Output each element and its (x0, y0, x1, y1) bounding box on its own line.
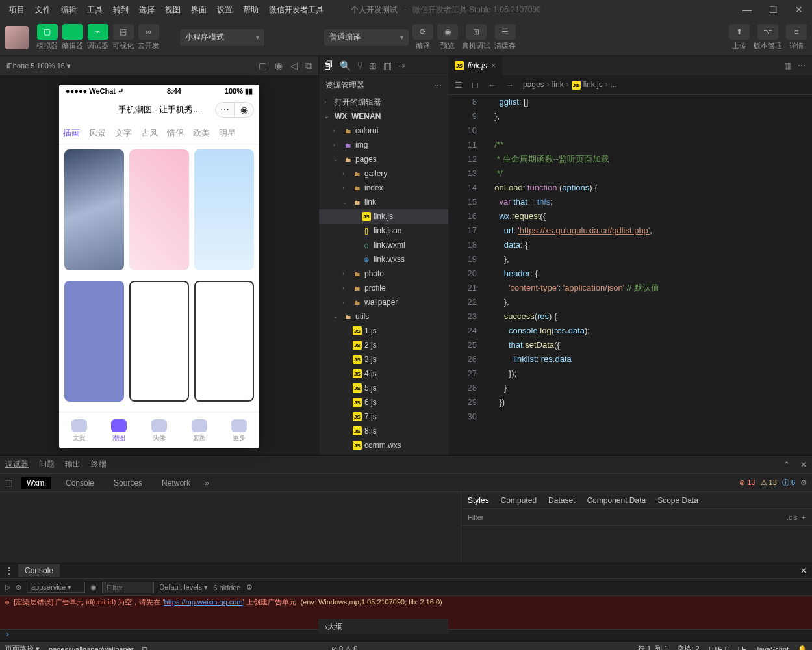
inspect-icon[interactable]: ⬚ (5, 478, 12, 488)
menu-item[interactable]: 微信开发者工具 (265, 2, 327, 18)
project-root[interactable]: ⌄WX_WENAN (319, 109, 448, 124)
play-icon[interactable]: ▷ (5, 583, 10, 592)
devtools-tab[interactable]: 终端 (91, 459, 107, 470)
tree-item[interactable]: ⊜link.wxss (319, 252, 448, 266)
back-icon[interactable]: ← (488, 80, 496, 90)
page-path-label[interactable]: 页面路径 ▾ (5, 644, 40, 650)
console-drawer-tab[interactable]: Console (18, 564, 60, 577)
wallpaper-thumb[interactable] (194, 281, 254, 402)
compile-select[interactable]: 普通编译▾ (324, 29, 409, 46)
close-button[interactable]: ✕ (786, 0, 812, 20)
chevron-up-icon[interactable]: ⌃ (783, 460, 790, 469)
tree-item[interactable]: ›🖿profile (319, 281, 448, 295)
tabbar-item[interactable]: 潮图 (111, 419, 127, 443)
tree-item[interactable]: ›🖿photo (319, 266, 448, 281)
toolbar-button[interactable]: ⌥ (757, 24, 778, 40)
tree-item[interactable]: ›🖿gallery (319, 166, 448, 181)
clear-icon[interactable]: ⊘ (16, 583, 21, 592)
sidebar-tool-icon[interactable]: ⑂ (357, 60, 362, 71)
language[interactable]: JavaScript (755, 645, 789, 651)
category-tab[interactable]: 情侣 (167, 127, 184, 139)
tree-item[interactable]: ›🖿colorui (319, 124, 448, 138)
tree-item[interactable]: JSlink.js (319, 209, 448, 224)
tabbar-item[interactable]: 更多 (231, 419, 247, 443)
copy-icon[interactable]: ⧉ (142, 645, 147, 650)
menu-item[interactable]: 转到 (109, 2, 133, 18)
bookmark-icon[interactable]: ◻ (472, 80, 479, 90)
eol[interactable]: LF (738, 645, 746, 651)
cls-toggle[interactable]: .cls (787, 514, 798, 521)
toolbar-button[interactable]: ≡ (786, 24, 807, 40)
category-tab[interactable]: 欧美 (193, 127, 210, 139)
category-tab[interactable]: 古风 (141, 127, 158, 139)
sim-tool-icon[interactable]: ▢ (259, 60, 267, 72)
sim-tool-icon[interactable]: ◉ (275, 60, 283, 72)
menu-item[interactable]: 文件 (31, 2, 55, 18)
tabbar-item[interactable]: 文案 (71, 419, 87, 443)
menu-item[interactable]: 编辑 (57, 2, 81, 18)
console-tab[interactable]: Console (60, 477, 99, 489)
indent[interactable]: 空格: 2 (677, 644, 699, 650)
device-selector[interactable]: iPhone 5 100% 16 ▾ (6, 62, 71, 70)
toolbar-button[interactable]: ∞ (138, 24, 159, 40)
context-select[interactable]: appservice ▾ (27, 582, 85, 593)
toolbar-button[interactable]: ⟳ (412, 24, 433, 40)
outline-section[interactable]: › 大纲 (318, 619, 448, 634)
tree-item[interactable]: JS5.js (319, 381, 448, 395)
tree-item[interactable]: ›🖿wallpaper (319, 295, 448, 309)
tree-item[interactable]: JS4.js (319, 367, 448, 381)
menu-icon[interactable]: ⋯ (215, 102, 235, 118)
toolbar-button[interactable] (62, 24, 83, 40)
editor-tab[interactable]: JS link.js × (448, 56, 503, 75)
wallpaper-thumb[interactable] (64, 281, 124, 402)
tree-section[interactable]: ›打开的编辑器 (319, 95, 448, 109)
gear-icon[interactable]: ⚙ (246, 583, 253, 592)
toolbar-button[interactable]: ⊞ (466, 24, 487, 40)
devtools-tab[interactable]: 调试器 (5, 459, 29, 470)
category-tab[interactable]: 明星 (219, 127, 236, 139)
devtools-tab[interactable]: 输出 (65, 459, 81, 470)
menu-item[interactable]: 设置 (213, 2, 236, 18)
more-icon[interactable]: » (205, 478, 209, 488)
wxml-tree[interactable] (0, 492, 461, 562)
add-icon[interactable]: + (802, 514, 806, 521)
wallpaper-thumb[interactable] (129, 281, 189, 402)
console-link[interactable]: https://mp.weixin.qq.com (164, 598, 243, 606)
tree-item[interactable]: {}link.json (319, 224, 448, 238)
tree-item[interactable]: ›🖿img (319, 138, 448, 152)
toolbar-button[interactable]: ☰ (495, 24, 516, 40)
more-icon[interactable]: ⋯ (798, 61, 806, 70)
tree-item[interactable]: ›🖿index (319, 181, 448, 195)
wallpaper-thumb[interactable] (129, 150, 189, 270)
avatar[interactable] (5, 26, 29, 49)
code-area[interactable]: 8910111213141516171819202122232425262728… (448, 95, 812, 455)
target-icon[interactable]: ◉ (235, 102, 254, 118)
wallpaper-thumb[interactable] (194, 150, 254, 270)
fwd-icon[interactable]: → (505, 80, 514, 90)
tree-item[interactable]: ⌄🖿utils (319, 309, 448, 324)
wxml-tab[interactable]: Wxml (21, 477, 51, 489)
tree-item[interactable]: ⌄🖿link (319, 195, 448, 209)
breadcrumb[interactable]: pages›link›JSlink.js›... (523, 80, 617, 90)
toolbar-button[interactable]: ◉ (437, 24, 458, 40)
sim-tool-icon[interactable]: ⧉ (305, 60, 312, 72)
styles-tab[interactable]: Styles (468, 496, 489, 505)
menu-item[interactable]: 视图 (161, 2, 184, 18)
more-icon[interactable]: ⋯ (434, 81, 442, 90)
maximize-button[interactable]: ☐ (760, 0, 786, 20)
hidden-count[interactable]: 6 hidden (213, 584, 240, 592)
sim-tool-icon[interactable]: ◁ (290, 60, 298, 72)
tabbar-item[interactable]: 头像 (151, 419, 167, 443)
menu-item[interactable]: 选择 (135, 2, 159, 18)
console-filter[interactable] (102, 582, 154, 593)
tree-item[interactable]: ⌄🖿pages (319, 152, 448, 166)
eye-icon[interactable]: ◉ (90, 583, 97, 592)
warn-badge[interactable]: ⚠ 13 (761, 478, 777, 487)
scopedata-tab[interactable]: Scope Data (657, 496, 698, 505)
tabbar-item[interactable]: 套图 (192, 419, 207, 443)
console-menu-icon[interactable]: ⋮ (5, 566, 13, 575)
tree-item[interactable]: JS2.js (319, 338, 448, 352)
sidebar-tool-icon[interactable]: 🔍 (340, 60, 351, 71)
styles-filter[interactable]: Filter (468, 514, 483, 521)
dataset-tab[interactable]: Dataset (548, 496, 575, 505)
